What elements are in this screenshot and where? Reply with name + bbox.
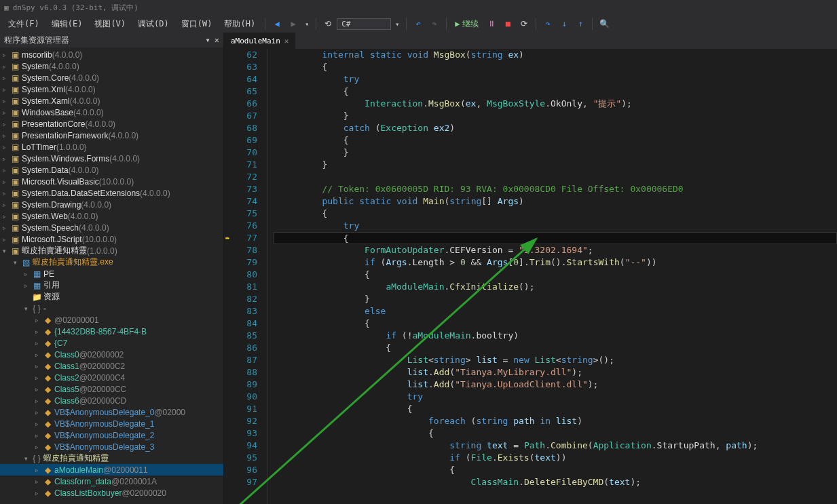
tab-close-icon[interactable]: ✕	[284, 37, 289, 45]
lang-dropdown[interactable]: ▾	[395, 20, 399, 28]
tree-row[interactable]: 📁资源	[0, 291, 223, 303]
tree-row[interactable]: ▹▣WindowsBase (4.0.0.0)	[0, 106, 223, 118]
expander[interactable]: ▹	[33, 409, 41, 416]
tree-row[interactable]: ▹◆aModuleMain @02000011	[0, 464, 223, 476]
tree-row[interactable]: ▹▣System.Windows.Forms (4.0.0.0)	[0, 153, 223, 164]
menu-window[interactable]: 窗口(W)	[176, 17, 218, 31]
tree-row[interactable]: ▹▦PE	[0, 268, 223, 279]
expander[interactable]: ▹	[33, 398, 41, 404]
expander[interactable]: ▹	[0, 213, 8, 220]
tree-row[interactable]: ▹◆Class1 @020000C2	[0, 360, 223, 372]
tree-row[interactable]: ▹▣mscorlib (4.0.0.0)	[0, 49, 223, 60]
tree-row[interactable]: ▹▣System (4.0.0.0)	[0, 60, 223, 72]
expander[interactable]: ▹	[33, 340, 41, 347]
expander[interactable]: ▹	[0, 236, 8, 243]
tree-row[interactable]: ▹◆Classform_data @0200001A	[0, 476, 223, 487]
menu-view[interactable]: 视图(V)	[89, 17, 131, 31]
expander[interactable]: ▹	[0, 132, 8, 139]
menu-edit[interactable]: 编辑(E)	[46, 17, 88, 31]
expander[interactable]: ▹	[33, 478, 41, 485]
expander[interactable]: ▹	[22, 271, 30, 277]
expander[interactable]: ▹	[0, 190, 8, 197]
tree-row[interactable]: ▹◆{C7	[0, 337, 223, 349]
tree-row[interactable]: ▹◆VB$AnonymousDelegate_2	[0, 429, 223, 441]
expander[interactable]: ▹	[0, 178, 8, 185]
expander[interactable]: ▹	[33, 490, 41, 497]
panel-menu-icon[interactable]: ▾	[206, 35, 210, 45]
tree-row[interactable]: ▹◆ClassListBoxbuyer @02000020	[0, 487, 223, 499]
tree-row[interactable]: ▾{ }-	[0, 303, 223, 314]
tree-row[interactable]: ▹▣System.Data (4.0.0.0)	[0, 164, 223, 176]
stop-button[interactable]: ■	[500, 16, 515, 31]
tree-row[interactable]: ▹◆ @02000001	[0, 314, 223, 326]
panel-close-icon[interactable]: ✕	[215, 35, 219, 45]
restart-button[interactable]: ⟳	[517, 16, 532, 31]
menu-file[interactable]: 文件(F)	[3, 17, 45, 31]
tree-row[interactable]: ▹◆VB$AnonymousDelegate_1	[0, 418, 223, 429]
tree-row[interactable]: ▹▣System.Web (4.0.0.0)	[0, 210, 223, 222]
tree-row[interactable]: ▹▣PresentationFramework (4.0.0.0)	[0, 130, 223, 141]
expander[interactable]: ▹	[22, 282, 30, 289]
expander[interactable]: ▹	[0, 52, 8, 58]
tree-row[interactable]: ▹◆Class0 @02000002	[0, 349, 223, 360]
expander[interactable]: ▹	[33, 432, 41, 439]
tab-amodulemain[interactable]: aModuleMain ✕	[224, 33, 295, 49]
expander[interactable]: ▹	[0, 225, 8, 231]
nav-forward-button[interactable]: ▶	[286, 16, 301, 31]
expander[interactable]: ▾	[22, 455, 30, 462]
expander[interactable]: ▹	[33, 328, 41, 335]
expander[interactable]: ▾	[22, 305, 30, 312]
tree[interactable]: ▹▣mscorlib (4.0.0.0)▹▣System (4.0.0.0)▹▣…	[0, 47, 223, 504]
tree-row[interactable]: ▹◆Class2 @020000C4	[0, 372, 223, 383]
expander[interactable]: ▹	[33, 444, 41, 450]
expander[interactable]: ▹	[0, 144, 8, 151]
step-over-button[interactable]: ↷	[540, 16, 555, 31]
expander[interactable]: ▹	[33, 351, 41, 358]
tree-row[interactable]: ▹◆VB$AnonymousDelegate_0@02000	[0, 406, 223, 418]
menu-debug[interactable]: 调试(D)	[132, 17, 174, 31]
tree-row[interactable]: ▾▧蝦皮拍賣通知精靈.exe	[0, 256, 223, 268]
expander[interactable]: ▹	[33, 386, 41, 393]
expander[interactable]: ▹	[33, 317, 41, 324]
step-into-button[interactable]: ↓	[557, 16, 572, 31]
expander[interactable]: ▹	[0, 155, 8, 162]
tree-row[interactable]: ▹◆VB$AnonymousDelegate_3	[0, 441, 223, 452]
expander[interactable]: ▾	[0, 248, 8, 254]
tree-row[interactable]: ▹▣PresentationCore (4.0.0.0)	[0, 118, 223, 130]
language-combo[interactable]: C#	[337, 18, 391, 30]
expander[interactable]: ▹	[0, 121, 8, 128]
tree-row[interactable]: ▹▦引用	[0, 279, 223, 291]
undo-button[interactable]: ↶	[411, 16, 426, 31]
search-button[interactable]: 🔍	[597, 16, 612, 31]
step-out-button[interactable]: ↑	[573, 16, 588, 31]
expander[interactable]: ▹	[33, 467, 41, 473]
expander[interactable]: ▹	[33, 421, 41, 427]
expander[interactable]: ▹	[0, 167, 8, 174]
expander[interactable]: ▹	[33, 374, 41, 381]
continue-button[interactable]: ▶继续	[451, 18, 483, 30]
expander[interactable]: ▾	[11, 259, 19, 266]
tree-row[interactable]: ▾▣蝦皮拍賣通知精靈 (1.0.0.0)	[0, 245, 223, 256]
tree-row[interactable]: ▹◆{14432D8B-8567-4BF4-B	[0, 326, 223, 337]
code-content[interactable]: internal static void MsgBox(string ex) {…	[267, 49, 837, 504]
expander[interactable]: ▹	[0, 86, 8, 93]
nav-dropdown[interactable]: ▾	[305, 20, 309, 28]
code-area[interactable]: 626364656667686970717273747576➨777879808…	[224, 49, 837, 504]
tree-row[interactable]: ▹▣System.Speech (4.0.0.0)	[0, 222, 223, 233]
tree-row[interactable]: ▹▣System.Xml (4.0.0.0)	[0, 83, 223, 95]
tree-row[interactable]: ▹▣System.Data.DataSetExtensions (4.0.0.0…	[0, 187, 223, 199]
pause-button[interactable]: ⏸	[484, 16, 499, 31]
expander[interactable]: ▹	[0, 201, 8, 208]
expander[interactable]: ▹	[0, 75, 8, 81]
expander[interactable]: ▹	[0, 63, 8, 70]
wrap-icon[interactable]: ⟲	[320, 16, 335, 31]
tree-row[interactable]: ▹▣System.Xaml (4.0.0.0)	[0, 95, 223, 106]
tree-row[interactable]: ▹▣Microsoft.JScript (10.0.0.0)	[0, 233, 223, 245]
redo-button[interactable]: ↷	[427, 16, 442, 31]
nav-back-button[interactable]: ◀	[269, 16, 284, 31]
expander[interactable]: ▹	[0, 109, 8, 116]
expander[interactable]: ▹	[33, 363, 41, 370]
tree-row[interactable]: ▹▣System.Core (4.0.0.0)	[0, 72, 223, 83]
tree-row[interactable]: ▹▣System.Drawing (4.0.0.0)	[0, 199, 223, 210]
menu-help[interactable]: 帮助(H)	[219, 17, 261, 31]
